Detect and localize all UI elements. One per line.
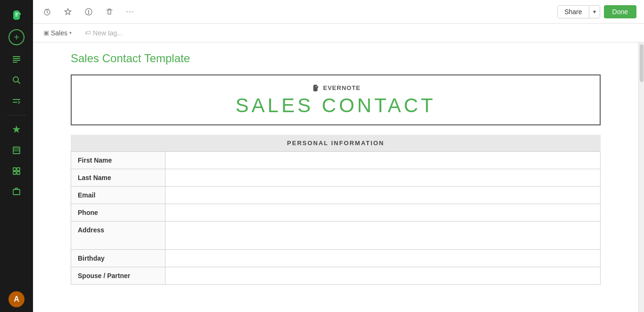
table-row: Phone xyxy=(71,204,601,222)
notebooks-icon[interactable] xyxy=(8,142,25,159)
shortcuts-icon[interactable] xyxy=(8,92,25,109)
svg-rect-2 xyxy=(13,60,20,61)
search-icon[interactable] xyxy=(8,72,25,89)
evernote-logo[interactable] xyxy=(8,7,25,24)
banner-title-text: SALES CONTACT xyxy=(236,94,436,117)
note-content: Sales Contact Template EVERNOTE SALES CO… xyxy=(33,42,638,312)
avatar[interactable]: A xyxy=(8,291,25,307)
svg-rect-8 xyxy=(13,172,16,174)
main-content: ··· Share ▾ Done ▣ Sales ▾ 🏷 New tag... … xyxy=(33,0,644,312)
field-value[interactable] xyxy=(165,152,601,169)
notebook-icon: ▣ xyxy=(43,29,49,36)
table-row: First Name xyxy=(71,152,601,169)
svg-rect-0 xyxy=(13,56,20,57)
contact-table: First NameLast NameEmailPhoneAddressBirt… xyxy=(71,151,601,285)
table-row: Address xyxy=(71,222,601,250)
field-value[interactable] xyxy=(165,250,601,267)
more-options-icon[interactable]: ··· xyxy=(124,5,137,18)
field-label: Email xyxy=(71,187,165,204)
note-meta-bar: ▣ Sales ▾ 🏷 New tag... xyxy=(33,24,644,42)
new-note-button[interactable]: + xyxy=(8,29,25,45)
field-label: First Name xyxy=(71,152,165,169)
shortcut-star-icon[interactable] xyxy=(61,5,74,18)
field-label: Address xyxy=(71,222,165,250)
field-label: Spouse / Partner xyxy=(71,267,165,285)
tags-icon[interactable] xyxy=(8,163,25,180)
share-dropdown-caret[interactable]: ▾ xyxy=(589,6,600,17)
banner-brand: EVERNOTE xyxy=(311,83,361,92)
svg-point-13 xyxy=(316,86,317,87)
sales-contact-banner: EVERNOTE SALES CONTACT xyxy=(71,74,601,125)
scrollbar-track[interactable] xyxy=(638,42,644,312)
svg-rect-3 xyxy=(13,62,17,63)
table-row: Spouse / Partner xyxy=(71,267,601,285)
sidebar-bottom: A xyxy=(8,291,25,307)
tag-icon: 🏷 xyxy=(85,29,91,36)
toolbar-right: Share ▾ Done xyxy=(557,5,636,18)
notebook-selector[interactable]: ▣ Sales ▾ xyxy=(41,28,74,38)
toolbar: ··· Share ▾ Done xyxy=(33,0,644,24)
scrollbar-thumb[interactable] xyxy=(640,44,644,82)
field-value[interactable] xyxy=(165,267,601,285)
field-value[interactable] xyxy=(165,204,601,222)
svg-rect-9 xyxy=(17,172,20,174)
field-value[interactable] xyxy=(165,222,601,250)
sidebar-divider xyxy=(7,115,26,115)
field-value[interactable] xyxy=(165,169,601,187)
svg-rect-5 xyxy=(13,147,20,154)
favorites-icon[interactable]: ★ xyxy=(8,121,25,138)
field-label: Birthday xyxy=(71,250,165,267)
share-label[interactable]: Share xyxy=(558,6,588,18)
svg-rect-10 xyxy=(13,189,20,195)
svg-rect-6 xyxy=(13,168,16,171)
done-button[interactable]: Done xyxy=(604,5,636,18)
table-row: Birthday xyxy=(71,250,601,267)
notebook-caret-icon: ▾ xyxy=(69,30,72,35)
field-label: Phone xyxy=(71,204,165,222)
notes-list-icon[interactable] xyxy=(8,51,25,68)
reminder-icon[interactable] xyxy=(41,5,54,18)
svg-rect-1 xyxy=(13,58,20,59)
notebook-name: Sales xyxy=(51,29,67,37)
svg-rect-7 xyxy=(17,168,20,171)
delete-icon[interactable] xyxy=(103,5,116,18)
market-icon[interactable] xyxy=(8,183,25,200)
tag-input[interactable]: 🏷 New tag... xyxy=(82,28,125,38)
table-row: Last Name xyxy=(71,169,601,187)
toolbar-left: ··· xyxy=(41,5,137,18)
banner-brand-text: EVERNOTE xyxy=(323,84,361,91)
sidebar: + ★ xyxy=(0,0,33,312)
section-header: PERSONAL INFORMATION xyxy=(71,135,601,151)
info-icon[interactable] xyxy=(82,5,95,18)
field-label: Last Name xyxy=(71,169,165,187)
field-value[interactable] xyxy=(165,187,601,204)
share-button-group: Share ▾ xyxy=(557,5,600,18)
tag-placeholder: New tag... xyxy=(93,29,123,37)
note-title[interactable]: Sales Contact Template xyxy=(71,52,601,65)
table-row: Email xyxy=(71,187,601,204)
